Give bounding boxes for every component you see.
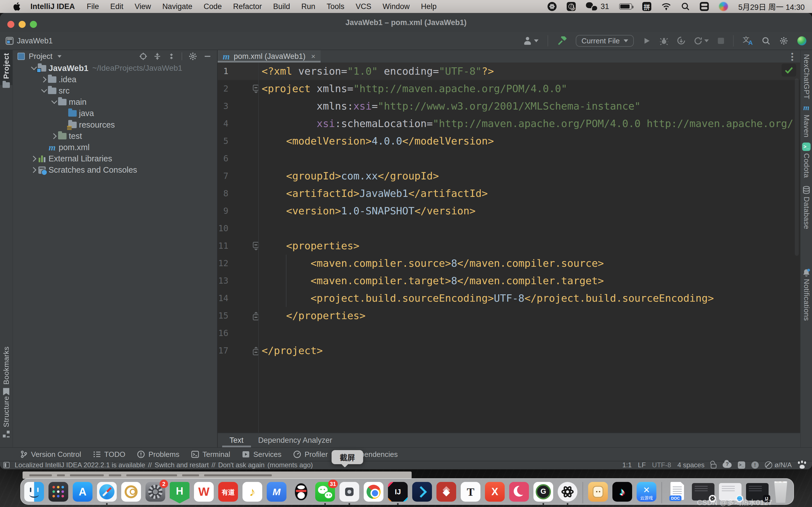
toolwindow-terminal[interactable]: Terminal — [191, 450, 230, 459]
toolwindow-toggle-icon[interactable] — [3, 462, 10, 468]
code-line-9[interactable]: 9 <version>1.0-SNAPSHOT</version> — [218, 202, 800, 220]
unlock-icon[interactable] — [711, 462, 716, 468]
code-line-10[interactable]: 10 — [218, 220, 800, 237]
sidebar-stripe-bookmarks[interactable]: Bookmarks — [0, 346, 12, 395]
run-icon[interactable] — [643, 37, 651, 45]
proxy-globe-icon[interactable]: P — [567, 2, 576, 11]
dock-screenshot-app[interactable] — [340, 482, 359, 502]
search-icon[interactable] — [762, 37, 770, 45]
right-stripe-nexchatgpt[interactable]: NexChatGPT — [801, 54, 812, 100]
editor-tab-pom[interactable]: m pom.xml (JavaWeb1) × — [218, 50, 320, 62]
control-center-icon[interactable] — [700, 2, 709, 11]
inspections-ok-icon[interactable] — [781, 64, 796, 76]
dock-wps-office[interactable] — [194, 482, 214, 502]
menu-edit[interactable]: Edit — [110, 2, 123, 11]
tree-item-scratches-and-consoles[interactable]: Scratches and Consoles — [13, 165, 217, 176]
locate-icon[interactable] — [139, 52, 147, 60]
dock-intellij-idea[interactable] — [388, 482, 408, 502]
wechat-icon[interactable] — [586, 2, 597, 11]
code-line-13[interactable]: 13 <maven.compiler.target>8</maven.compi… — [218, 272, 800, 290]
toolwindow-todo[interactable]: TODO — [93, 450, 125, 459]
apple-icon[interactable] — [13, 2, 20, 11]
code-line-17[interactable]: 17</project> — [218, 342, 800, 359]
dock-chatgpt[interactable] — [558, 482, 577, 502]
stop-icon[interactable] — [718, 38, 724, 44]
file-encoding[interactable]: UTF-8 — [652, 461, 671, 469]
debug-icon[interactable] — [660, 37, 668, 45]
battery-icon[interactable] — [619, 3, 632, 10]
code-line-11[interactable]: 11 <properties> — [218, 237, 800, 255]
dock-pink-crescent-app[interactable] — [509, 482, 529, 502]
close-icon[interactable]: × — [311, 52, 315, 61]
dock-blue-m-app[interactable] — [267, 482, 287, 502]
menu-clock[interactable]: 5月29日 周一 14:30 — [738, 1, 805, 12]
run-configuration-select[interactable]: Current File — [576, 35, 634, 47]
code-line-5[interactable]: 5 <modelVersion>4.0.0</modelVersion> — [218, 132, 800, 150]
code-editor[interactable]: 1<?xml version="1.0" encoding="UTF-8"?>2… — [218, 62, 800, 433]
code-line-2[interactable]: 2<project xmlns="http://maven.apache.org… — [218, 80, 800, 98]
dock-blue-arrow-app[interactable] — [412, 482, 432, 502]
link-dont-ask[interactable]: Don't ask again — [218, 461, 265, 469]
cloud-question-icon[interactable] — [723, 462, 732, 468]
collapse-all-icon[interactable] — [167, 52, 175, 60]
dock-youdao-dict[interactable] — [218, 482, 238, 502]
menu-file[interactable]: File — [87, 2, 99, 11]
menu-tools[interactable]: Tools — [326, 2, 344, 11]
tree-item-pom-xml[interactable]: mpom.xml — [13, 142, 217, 153]
link-switch-restart[interactable]: Switch and restart — [154, 461, 209, 469]
alert-icon[interactable]: ! — [751, 461, 759, 469]
dock-gold-ring-app[interactable] — [121, 482, 141, 502]
dock-chrome[interactable] — [364, 482, 384, 502]
right-stripe-codota[interactable]: >_Codota — [801, 143, 812, 178]
dock-app-store[interactable] — [73, 482, 93, 502]
tree-item-resources[interactable]: resources — [13, 119, 217, 130]
dock-trash[interactable] — [773, 482, 788, 503]
code-line-4[interactable]: 4 xsi:schemaLocation="http://maven.apach… — [218, 115, 800, 132]
editor-scrollbar[interactable] — [795, 78, 799, 256]
code-line-1[interactable]: 1<?xml version="1.0" encoding="UTF-8"?> — [218, 62, 800, 80]
chevron-right-icon[interactable] — [30, 157, 38, 161]
dock-typora[interactable] — [461, 482, 480, 502]
indent-setting[interactable]: 4 spaces — [677, 461, 705, 469]
right-stripe-database[interactable]: Database — [801, 186, 812, 229]
sidebar-stripe-project[interactable]: Project — [0, 50, 12, 85]
settings-icon[interactable] — [188, 52, 197, 61]
tree-item-java[interactable]: java — [13, 108, 217, 119]
chevron-right-icon[interactable] — [50, 134, 58, 138]
line-ending[interactable]: LF — [638, 461, 646, 469]
pinyin-input-icon[interactable]: 拼 — [642, 2, 651, 11]
rerun-icon[interactable] — [694, 37, 709, 45]
tree-item--idea[interactable]: .idea — [13, 74, 217, 85]
dock-cloud-game[interactable] — [637, 482, 656, 502]
minimize-window-button[interactable] — [18, 21, 26, 28]
chevron-down-icon[interactable] — [50, 101, 58, 103]
code-line-7[interactable]: 7 <groupId>com.xx</groupId> — [218, 167, 800, 185]
chevron-right-icon[interactable] — [40, 77, 48, 82]
dock-finder[interactable] — [24, 482, 44, 502]
project-panel-header[interactable]: Project — [13, 50, 217, 62]
tab-options-icon[interactable]: ••• — [790, 52, 795, 61]
baidu-paw-icon[interactable] — [798, 461, 806, 469]
tree-item-external-libraries[interactable]: External Libraries — [13, 153, 217, 165]
menu-run[interactable]: Run — [301, 2, 315, 11]
tree-item-src[interactable]: src — [13, 85, 217, 96]
hide-icon[interactable] — [204, 52, 211, 60]
code-line-14[interactable]: 14 <project.build.sourceEncoding>UTF-8</… — [218, 290, 800, 307]
menu-build[interactable]: Build — [273, 2, 290, 11]
toolwindow-profiler[interactable]: Profiler — [293, 450, 327, 459]
empty-set-icon[interactable] — [765, 461, 772, 469]
tree-item-javaweb1[interactable]: JavaWeb1~/IdeaProjects/JavaWeb1 — [13, 62, 217, 74]
dock-globe-g-app[interactable] — [534, 482, 553, 502]
user-icon[interactable] — [523, 37, 539, 45]
close-window-button[interactable] — [7, 21, 14, 28]
toolwindow-problems[interactable]: Problems — [137, 450, 179, 459]
coverage-icon[interactable] — [677, 37, 685, 45]
code-line-12[interactable]: 12 <maven.compiler.source>8</maven.compi… — [218, 255, 800, 272]
menu-help[interactable]: Help — [421, 2, 437, 11]
dock-qq[interactable] — [291, 482, 311, 502]
dock-redis-manager[interactable] — [437, 482, 456, 502]
menu-code[interactable]: Code — [204, 2, 222, 11]
menu-app-name[interactable]: IntelliJ IDEA — [31, 2, 75, 11]
caret-position[interactable]: 1:1 — [622, 461, 631, 469]
tree-item-main[interactable]: main — [13, 97, 217, 108]
